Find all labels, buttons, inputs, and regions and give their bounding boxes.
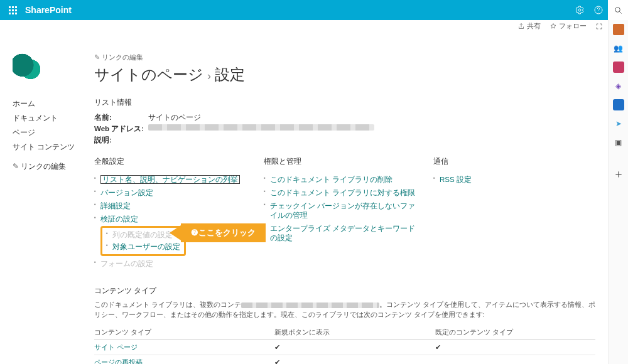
nav-site-contents[interactable]: サイト コンテンツ bbox=[13, 140, 94, 154]
communication-heading: 通信 bbox=[433, 156, 528, 167]
site-logo[interactable] bbox=[13, 53, 40, 80]
rail-app-icon[interactable]: ▣ bbox=[613, 137, 624, 148]
page-title: サイトのページ›設定 bbox=[94, 65, 595, 85]
svg-point-3 bbox=[615, 7, 620, 12]
edit-links-top[interactable]: リンクの編集 bbox=[94, 53, 595, 62]
ct-row-repost-page[interactable]: ページの再投稿 bbox=[94, 358, 143, 365]
list-info-heading: リスト情報 bbox=[94, 97, 595, 108]
app-launcher-icon[interactable] bbox=[4, 1, 21, 19]
name-value: サイトのページ bbox=[148, 113, 201, 122]
rail-outlook-icon[interactable] bbox=[613, 99, 624, 110]
web-address-value bbox=[148, 124, 374, 134]
rail-people-icon[interactable]: 👥 bbox=[613, 43, 624, 54]
svg-point-0 bbox=[578, 9, 581, 11]
nav-edit-links[interactable]: リンクの編集 bbox=[13, 162, 94, 171]
description-label: 説明: bbox=[94, 136, 148, 145]
nav-home[interactable]: ホーム bbox=[13, 97, 94, 111]
link-list-name-desc-nav[interactable]: リスト名、説明、ナビゲーションの列挙 bbox=[100, 175, 240, 184]
ct-col-show-new: 新規ボタンに表示 bbox=[274, 325, 435, 340]
ct-col-default: 既定のコンテンツ タイプ bbox=[435, 325, 595, 340]
svg-point-2 bbox=[598, 12, 599, 13]
link-form-settings[interactable]: フォームの設定 bbox=[100, 260, 153, 267]
link-enterprise-metadata[interactable]: エンタープライズ メタデータとキーワードの設定 bbox=[270, 225, 415, 242]
nav-pages[interactable]: ページ bbox=[13, 126, 94, 140]
rail-app-icon[interactable] bbox=[613, 62, 624, 73]
link-versioning[interactable]: バージョン設定 bbox=[100, 189, 153, 196]
link-manage-no-checkin[interactable]: チェックイン バージョンが存在しないファイルの管理 bbox=[270, 202, 415, 219]
rail-send-icon[interactable]: ➤ bbox=[613, 118, 624, 129]
general-settings-heading: 全般設定 bbox=[94, 156, 251, 167]
rail-add-icon[interactable]: ＋ bbox=[613, 168, 624, 179]
check-icon bbox=[435, 343, 441, 351]
left-nav: ホーム ドキュメント ページ サイト コンテンツ リンクの編集 bbox=[13, 53, 94, 171]
link-column-defaults[interactable]: 列の既定値の設定 bbox=[112, 231, 173, 238]
ct-col-type: コンテンツ タイプ bbox=[94, 325, 274, 340]
annotation-callout: ❼ここをクリック bbox=[170, 223, 266, 242]
suite-bar: SharePoint bbox=[0, 0, 628, 20]
ct-row-site-page[interactable]: サイト ページ bbox=[94, 343, 138, 351]
table-row: ページの再投稿 bbox=[94, 355, 595, 364]
link-validation[interactable]: 検証の設定 bbox=[100, 215, 138, 223]
svg-line-4 bbox=[619, 11, 621, 13]
rail-app-icon[interactable] bbox=[613, 24, 624, 35]
link-rss-settings[interactable]: RSS 設定 bbox=[440, 176, 472, 183]
link-library-permissions[interactable]: このドキュメント ライブラリに対する権限 bbox=[270, 189, 415, 196]
link-advanced[interactable]: 詳細設定 bbox=[100, 202, 131, 210]
link-audience-targeting[interactable]: 対象ユーザーの設定 bbox=[112, 243, 180, 250]
app-rail: 👥 ◈ ➤ ▣ ＋ bbox=[608, 20, 628, 364]
search-icon[interactable] bbox=[608, 0, 628, 20]
name-label: 名前: bbox=[94, 113, 148, 122]
settings-gear-icon[interactable] bbox=[570, 1, 589, 19]
rail-app-icon[interactable]: ◈ bbox=[613, 80, 624, 92]
content-types-description: このドキュメント ライブラリは、複数のコンテ。コンテンツ タイプを使用して、アイ… bbox=[94, 300, 595, 320]
check-icon bbox=[274, 358, 280, 365]
help-icon[interactable] bbox=[589, 1, 608, 19]
callout-label: ❼ここをクリック bbox=[181, 223, 266, 242]
content-types-heading: コンテンツ タイプ bbox=[94, 286, 595, 296]
table-row: サイト ページ bbox=[94, 340, 595, 355]
content-types-table: コンテンツ タイプ 新規ボタンに表示 既定のコンテンツ タイプ サイト ページ … bbox=[94, 325, 595, 365]
content-area: リンクの編集 サイトのページ›設定 リスト情報 名前: サイトのページ Web … bbox=[94, 53, 595, 364]
link-delete-library[interactable]: このドキュメント ライブラリの削除 bbox=[270, 176, 392, 183]
permissions-heading: 権限と管理 bbox=[264, 156, 421, 167]
check-icon bbox=[274, 343, 280, 351]
nav-documents[interactable]: ドキュメント bbox=[13, 111, 94, 126]
brand-label: SharePoint bbox=[25, 5, 72, 15]
web-address-label: Web アドレス: bbox=[94, 124, 148, 134]
